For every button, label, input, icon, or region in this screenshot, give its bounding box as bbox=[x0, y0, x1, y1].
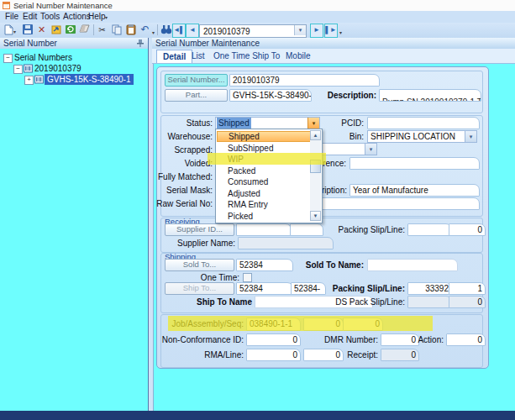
scroll-up-icon[interactable]: ▲ bbox=[310, 130, 321, 140]
tree-serial-node[interactable]: 2019010379 bbox=[34, 64, 81, 73]
ds-pack-line-field[interactable]: 0 bbox=[449, 296, 486, 308]
mask-description-field[interactable]: Year of Manufacture bbox=[349, 184, 480, 197]
ship-to-button[interactable]: Ship To... bbox=[165, 282, 234, 295]
undo-button[interactable]: ↶ bbox=[139, 24, 151, 36]
export-button[interactable] bbox=[50, 24, 62, 36]
serial-mask-label: Serial Mask: bbox=[129, 186, 213, 195]
menu-bar: File Edit Tools Actions Help ▾ bbox=[0, 11, 515, 23]
panel-splitter[interactable] bbox=[148, 38, 154, 411]
ship-packing-slip-field[interactable]: 33392 bbox=[407, 282, 452, 295]
dropdown-option-packed[interactable]: Packed bbox=[217, 165, 320, 176]
tree-collapse-root-icon[interactable]: − bbox=[3, 54, 13, 63]
dropdown-option-consumed[interactable]: Consumed bbox=[217, 176, 320, 187]
rma-field[interactable]: 0 bbox=[246, 349, 301, 361]
supplier-id-field[interactable] bbox=[236, 223, 292, 236]
recv-packing-slip-field[interactable] bbox=[407, 223, 452, 236]
clear-button[interactable] bbox=[78, 24, 91, 36]
bin-combo[interactable]: SHIPPING LOCATION ▾ bbox=[367, 130, 477, 143]
copy-icon bbox=[112, 24, 122, 35]
menu-overflow-icon[interactable]: ▾ bbox=[105, 14, 108, 20]
toolbar: ▾ ✕ ✂ ↶ ▾ ◄▌ ◄ 2019010379 ▾ bbox=[0, 23, 515, 39]
nav-first-button[interactable]: ◄▌ bbox=[172, 24, 186, 38]
new-dropdown-icon[interactable]: ▾ bbox=[13, 29, 16, 34]
nav-prev-button[interactable]: ◄ bbox=[186, 24, 199, 38]
serial-number-maintenance-window: Serial Number Maintenance File Edit Tool… bbox=[0, 0, 515, 420]
tree-selected-node[interactable]: GVHS-15K-S-38490-1 bbox=[45, 74, 134, 85]
status-label: Status: bbox=[129, 118, 213, 128]
serial-search-value[interactable]: 2019010379 bbox=[203, 27, 250, 36]
dropdown-option-shipped[interactable]: Shipped bbox=[217, 131, 320, 142]
receipt-field[interactable]: 0 bbox=[381, 349, 419, 361]
tree-root-node[interactable]: Serial Numbers bbox=[14, 53, 72, 62]
save-button[interactable] bbox=[21, 24, 34, 36]
fully-matched-label: Fully Matched: bbox=[129, 172, 213, 181]
tab-strip: Detail List One Time Ship To Mobile bbox=[152, 49, 515, 64]
cut-button[interactable]: ✂ bbox=[96, 24, 108, 36]
bin-value: SHIPPING LOCATION bbox=[370, 132, 455, 141]
toolbar-overflow-icon[interactable]: ▾ bbox=[152, 29, 155, 35]
ship-packing-line-field[interactable]: 1 bbox=[449, 282, 486, 295]
tree-collapse-serial-icon[interactable]: − bbox=[13, 65, 23, 74]
bottom-status-strip bbox=[0, 411, 515, 420]
action-field[interactable]: 0 bbox=[446, 333, 486, 346]
toolbar-separator bbox=[93, 24, 94, 35]
supplier-id-button[interactable]: Supplier ID... bbox=[165, 223, 234, 236]
receipt-label: Receipt: bbox=[294, 350, 378, 360]
chevron-down-icon[interactable]: ▾ bbox=[294, 25, 306, 35]
dropdown-option-subshipped[interactable]: SubShipped bbox=[217, 143, 320, 154]
serial-search-combo[interactable]: 2019010379 ▾ bbox=[199, 24, 307, 38]
sold-to-button[interactable]: Sold To... bbox=[165, 259, 234, 271]
menu-file[interactable]: File bbox=[3, 12, 20, 21]
menu-edit[interactable]: Edit bbox=[21, 12, 39, 21]
ds-pack-slip-field[interactable] bbox=[407, 296, 452, 308]
menu-tools[interactable]: Tools bbox=[39, 12, 61, 21]
scrollbar-thumb[interactable] bbox=[310, 160, 321, 173]
binoculars-icon bbox=[160, 24, 172, 34]
serial-number-button[interactable]: Serial Number... bbox=[165, 74, 228, 87]
job-field[interactable]: 038490-1-1 bbox=[246, 318, 301, 331]
description-field[interactable]: Pump SN 2019010379-1 TBO bbox=[379, 89, 481, 102]
scrap-reason-arrow-icon[interactable]: ▾ bbox=[365, 144, 376, 155]
supplier-po-field[interactable] bbox=[290, 223, 323, 236]
action-label: Action: bbox=[360, 335, 444, 344]
refresh-button[interactable] bbox=[64, 24, 76, 36]
ncr-label: Non-Conformance ID: bbox=[157, 335, 244, 344]
ncr-field[interactable]: 0 bbox=[246, 333, 301, 346]
dropdown-option-wip[interactable]: WIP bbox=[217, 154, 320, 165]
pin-icon[interactable] bbox=[137, 39, 144, 47]
part-button[interactable]: Part... bbox=[165, 89, 228, 102]
nav-last-button[interactable]: ▌► bbox=[324, 24, 338, 38]
bin-combo-arrow-icon[interactable]: ▾ bbox=[465, 131, 476, 142]
dropdown-option-rma-entry[interactable]: RMA Entry bbox=[217, 199, 320, 210]
status-value: Shipped bbox=[217, 118, 251, 129]
serial-number-field[interactable]: 2019010379 bbox=[229, 74, 380, 87]
tab-one-time-ship-to[interactable]: One Time Ship To bbox=[208, 50, 286, 62]
copy-button[interactable] bbox=[110, 24, 123, 36]
pcid-field[interactable] bbox=[367, 117, 480, 129]
raw-serial-label: Raw Serial No: bbox=[129, 199, 213, 208]
dropdown-option-adjusted[interactable]: Adjusted bbox=[217, 188, 320, 199]
delete-button[interactable]: ✕ bbox=[35, 24, 48, 36]
recv-packing-line-field[interactable]: 0 bbox=[449, 223, 486, 236]
scroll-down-icon[interactable]: ▼ bbox=[310, 211, 321, 221]
paste-button[interactable] bbox=[124, 24, 137, 36]
ship-to-field[interactable]: 52384 bbox=[236, 282, 293, 295]
scrap-reason-combo[interactable]: ▾ bbox=[322, 143, 377, 155]
reference-field[interactable] bbox=[349, 157, 480, 170]
nav-next-button[interactable]: ► bbox=[310, 24, 323, 38]
nav-overflow-icon[interactable]: ▾ bbox=[339, 29, 342, 35]
menu-help[interactable]: Help bbox=[87, 12, 108, 21]
search-button[interactable] bbox=[160, 24, 172, 36]
tree-expand-child-icon[interactable]: + bbox=[24, 76, 34, 85]
supplier-name-field[interactable] bbox=[238, 237, 334, 249]
sold-to-name-field[interactable] bbox=[367, 259, 458, 271]
tab-mobile[interactable]: Mobile bbox=[280, 50, 316, 62]
one-time-checkbox[interactable] bbox=[243, 273, 252, 282]
dropdown-option-picked[interactable]: Picked bbox=[217, 211, 320, 222]
supplier-name-label: Supplier Name: bbox=[151, 239, 235, 248]
assembly-field[interactable]: 0 bbox=[303, 318, 344, 331]
status-dropdown-list: Shipped SubShipped WIP Packed Consumed A… bbox=[215, 129, 323, 223]
nav-last-icon: ▌► bbox=[325, 26, 337, 34]
dropdown-scrollbar[interactable]: ▲ ▼ bbox=[310, 130, 321, 221]
seq-field[interactable]: 0 bbox=[343, 318, 383, 331]
